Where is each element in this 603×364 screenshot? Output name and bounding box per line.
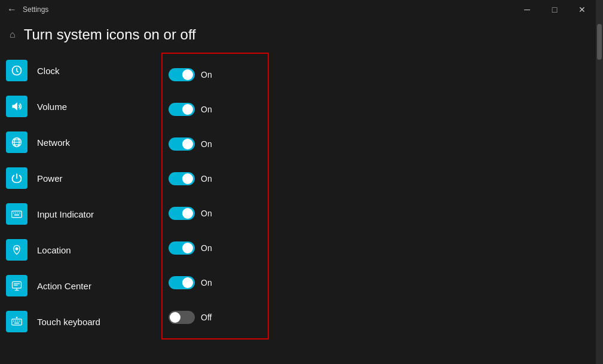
input-indicator-toggle-knob bbox=[182, 208, 193, 219]
scrollbar[interactable] bbox=[596, 0, 603, 364]
volume-toggle-knob bbox=[182, 104, 193, 115]
power-toggle-knob bbox=[182, 173, 193, 184]
page-header: ⌂ Turn system icons on or off bbox=[0, 19, 603, 53]
volume-icon bbox=[11, 100, 23, 112]
clock-toggle[interactable] bbox=[169, 68, 195, 81]
input-indicator-icon-box bbox=[6, 203, 27, 225]
svg-rect-9 bbox=[12, 211, 22, 218]
input-indicator-toggle-label: On bbox=[201, 209, 212, 218]
location-toggle-label: On bbox=[201, 243, 212, 253]
app-title: Settings bbox=[23, 5, 48, 14]
location-toggle[interactable] bbox=[169, 241, 195, 255]
maximize-button[interactable]: □ bbox=[541, 0, 568, 19]
action-center-toggle-knob bbox=[182, 277, 193, 288]
toggle-row-power: On bbox=[169, 162, 262, 195]
volume-toggle-label: On bbox=[201, 105, 212, 114]
action-center-toggle[interactable] bbox=[169, 276, 195, 289]
main-content: Clock Volume Network Power bbox=[0, 53, 603, 339]
close-button[interactable]: ✕ bbox=[568, 0, 596, 19]
clock-toggle-label: On bbox=[201, 70, 212, 79]
location-icon bbox=[11, 244, 23, 256]
volume-icon-box bbox=[6, 96, 27, 117]
network-icon-box bbox=[6, 131, 27, 153]
setting-row-network: Network bbox=[6, 124, 161, 160]
toggle-row-clock: On bbox=[169, 58, 262, 91]
action-center-toggle-label: On bbox=[201, 278, 212, 287]
action-center-label: Action Center bbox=[37, 281, 91, 291]
action-center-icon bbox=[11, 280, 23, 292]
location-label: Location bbox=[37, 245, 71, 255]
volume-label: Volume bbox=[37, 102, 67, 112]
toggle-row-input-indicator: On bbox=[169, 197, 262, 230]
touch-keyboard-toggle-label: Off bbox=[201, 313, 212, 322]
power-icon-box bbox=[6, 167, 27, 189]
svg-point-15 bbox=[16, 247, 19, 250]
setting-row-input-indicator: Input Indicator bbox=[6, 196, 161, 232]
settings-list: Clock Volume Network Power bbox=[6, 53, 161, 339]
toggle-row-location: On bbox=[169, 231, 262, 265]
power-toggle[interactable] bbox=[169, 172, 195, 185]
svg-rect-21 bbox=[12, 319, 22, 325]
clock-icon bbox=[11, 65, 23, 77]
network-label: Network bbox=[37, 137, 70, 148]
home-icon[interactable]: ⌂ bbox=[10, 29, 16, 40]
svg-marker-3 bbox=[13, 102, 17, 110]
back-button[interactable]: ← bbox=[7, 4, 17, 15]
clock-toggle-knob bbox=[182, 69, 193, 80]
minimize-button[interactable]: ─ bbox=[513, 0, 541, 19]
touch-keyboard-label: Touch keyboard bbox=[37, 317, 100, 327]
input-indicator-icon bbox=[11, 208, 23, 220]
toggles-panel: On On On On On bbox=[161, 53, 269, 339]
setting-row-power: Power bbox=[6, 160, 161, 196]
input-indicator-label: Input Indicator bbox=[37, 209, 94, 219]
touch-keyboard-toggle[interactable] bbox=[169, 311, 195, 324]
setting-row-location: Location bbox=[6, 232, 161, 268]
power-toggle-label: On bbox=[201, 174, 212, 183]
touch-keyboard-icon-box bbox=[6, 311, 27, 332]
action-center-icon-box bbox=[6, 275, 27, 296]
scrollbar-thumb[interactable] bbox=[597, 24, 602, 60]
toggle-row-network: On bbox=[169, 127, 262, 161]
volume-toggle[interactable] bbox=[169, 103, 195, 116]
window-controls: ─ □ ✕ bbox=[513, 0, 596, 19]
location-toggle-knob bbox=[182, 243, 193, 253]
power-icon bbox=[11, 172, 23, 184]
clock-label: Clock bbox=[37, 66, 60, 76]
network-toggle-knob bbox=[182, 139, 193, 149]
svg-line-2 bbox=[17, 71, 19, 72]
setting-row-action-center: Action Center bbox=[6, 268, 161, 304]
network-icon bbox=[11, 136, 23, 148]
page-title: Turn system icons on or off bbox=[24, 26, 196, 43]
setting-row-touch-keyboard: Touch keyboard bbox=[6, 304, 161, 339]
clock-icon-box bbox=[6, 60, 27, 81]
network-toggle[interactable] bbox=[169, 137, 195, 151]
touch-keyboard-toggle-knob bbox=[170, 312, 180, 323]
setting-row-volume: Volume bbox=[6, 88, 161, 124]
svg-point-27 bbox=[16, 317, 18, 319]
power-label: Power bbox=[37, 173, 63, 183]
toggle-row-volume: On bbox=[169, 93, 262, 126]
location-icon-box bbox=[6, 239, 27, 261]
network-toggle-label: On bbox=[201, 139, 212, 149]
title-bar: ← Settings ─ □ ✕ bbox=[0, 0, 603, 19]
title-bar-left: ← Settings bbox=[7, 4, 48, 15]
toggle-row-action-center: On bbox=[169, 266, 262, 299]
setting-row-clock: Clock bbox=[6, 53, 161, 88]
touch-keyboard-icon bbox=[11, 316, 23, 328]
input-indicator-toggle[interactable] bbox=[169, 207, 195, 220]
toggle-row-touch-keyboard: Off bbox=[169, 301, 262, 334]
